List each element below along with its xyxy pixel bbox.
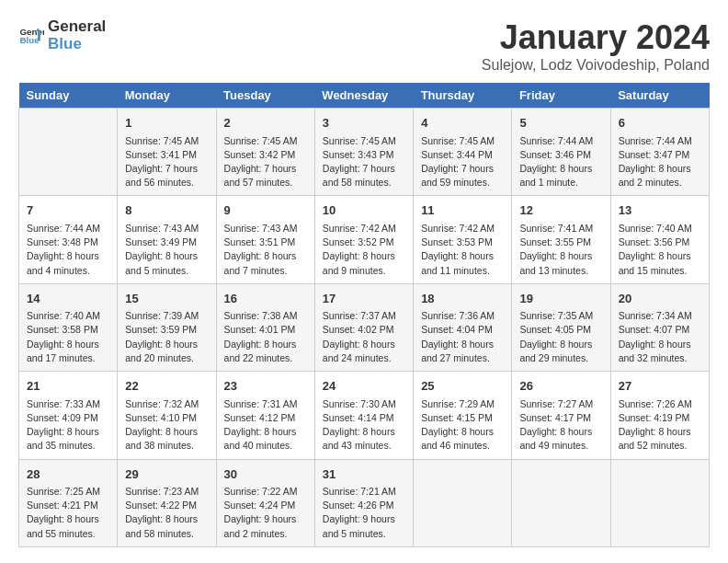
calendar-day-cell: 21Sunrise: 7:33 AMSunset: 4:09 PMDayligh… (19, 372, 118, 459)
calendar-day-cell: 26Sunrise: 7:27 AMSunset: 4:17 PMDayligh… (512, 372, 610, 459)
calendar-day-cell: 27Sunrise: 7:26 AMSunset: 4:19 PMDayligh… (610, 372, 709, 459)
day-number: 15 (125, 290, 208, 308)
calendar-day-cell (512, 459, 610, 546)
day-info: Sunrise: 7:29 AMSunset: 4:15 PMDaylight:… (421, 397, 504, 454)
day-info: Sunrise: 7:43 AMSunset: 3:49 PMDaylight:… (125, 222, 208, 278)
logo-line1: General (48, 18, 106, 36)
day-info: Sunrise: 7:22 AMSunset: 4:24 PMDaylight:… (224, 485, 307, 541)
day-info: Sunrise: 7:31 AMSunset: 4:12 PMDaylight:… (224, 397, 307, 454)
day-number: 28 (27, 465, 109, 484)
calendar-day-cell: 4Sunrise: 7:45 AMSunset: 3:44 PMDaylight… (414, 109, 512, 196)
calendar-day-cell: 5Sunrise: 7:44 AMSunset: 3:46 PMDaylight… (512, 109, 610, 196)
day-info: Sunrise: 7:38 AMSunset: 4:01 PMDaylight:… (224, 309, 307, 365)
calendar-day-cell: 3Sunrise: 7:45 AMSunset: 3:43 PMDaylight… (314, 109, 413, 196)
day-number: 9 (224, 201, 307, 220)
logo: General Blue General Blue (18, 18, 106, 52)
calendar-day-cell: 8Sunrise: 7:43 AMSunset: 3:49 PMDaylight… (118, 196, 216, 283)
calendar-day-cell: 12Sunrise: 7:41 AMSunset: 3:55 PMDayligh… (512, 196, 610, 283)
calendar-week-row: 14Sunrise: 7:40 AMSunset: 3:58 PMDayligh… (19, 283, 710, 371)
day-of-week-header: Monday (118, 83, 216, 109)
calendar-day-cell: 25Sunrise: 7:29 AMSunset: 4:15 PMDayligh… (414, 372, 512, 459)
calendar-day-cell: 20Sunrise: 7:34 AMSunset: 4:07 PMDayligh… (610, 283, 709, 371)
day-number: 29 (125, 465, 208, 484)
calendar-day-cell (610, 459, 709, 546)
calendar-week-row: 7Sunrise: 7:44 AMSunset: 3:48 PMDaylight… (19, 196, 710, 283)
svg-text:Blue: Blue (19, 35, 40, 45)
calendar-day-cell: 6Sunrise: 7:44 AMSunset: 3:47 PMDaylight… (610, 109, 709, 196)
calendar-day-cell: 29Sunrise: 7:23 AMSunset: 4:22 PMDayligh… (118, 459, 216, 546)
day-info: Sunrise: 7:44 AMSunset: 3:47 PMDaylight:… (619, 134, 701, 190)
day-info: Sunrise: 7:35 AMSunset: 4:05 PMDaylight:… (519, 309, 602, 365)
day-info: Sunrise: 7:45 AMSunset: 3:44 PMDaylight:… (421, 134, 504, 190)
day-number: 21 (27, 377, 109, 396)
day-info: Sunrise: 7:34 AMSunset: 4:07 PMDaylight:… (619, 309, 701, 365)
day-number: 8 (125, 201, 208, 220)
calendar-day-cell: 9Sunrise: 7:43 AMSunset: 3:51 PMDaylight… (216, 196, 314, 283)
day-number: 14 (27, 290, 109, 308)
day-info: Sunrise: 7:42 AMSunset: 3:53 PMDaylight:… (421, 222, 504, 278)
day-number: 11 (421, 201, 504, 220)
calendar-week-row: 28Sunrise: 7:25 AMSunset: 4:21 PMDayligh… (19, 459, 710, 546)
day-of-week-header: Friday (512, 83, 610, 109)
day-number: 24 (323, 377, 405, 396)
day-number: 4 (421, 114, 504, 132)
title-section: January 2024 Sulejow, Lodz Voivodeship, … (482, 18, 710, 74)
calendar-day-cell: 14Sunrise: 7:40 AMSunset: 3:58 PMDayligh… (19, 283, 118, 371)
calendar-day-cell (19, 109, 118, 196)
day-number: 22 (125, 377, 208, 396)
calendar-day-cell: 28Sunrise: 7:25 AMSunset: 4:21 PMDayligh… (19, 459, 118, 546)
day-info: Sunrise: 7:40 AMSunset: 3:56 PMDaylight:… (619, 222, 701, 278)
calendar-day-cell: 2Sunrise: 7:45 AMSunset: 3:42 PMDaylight… (216, 109, 314, 196)
day-number: 2 (224, 114, 307, 132)
calendar-day-cell: 19Sunrise: 7:35 AMSunset: 4:05 PMDayligh… (512, 283, 610, 371)
day-info: Sunrise: 7:25 AMSunset: 4:21 PMDaylight:… (27, 485, 109, 541)
calendar-day-cell: 1Sunrise: 7:45 AMSunset: 3:41 PMDaylight… (118, 109, 216, 196)
calendar-day-cell: 30Sunrise: 7:22 AMSunset: 4:24 PMDayligh… (216, 459, 314, 546)
day-number: 6 (619, 114, 701, 132)
day-number: 5 (519, 114, 602, 132)
calendar-day-cell: 10Sunrise: 7:42 AMSunset: 3:52 PMDayligh… (314, 196, 413, 283)
page-header: General Blue General Blue January 2024 S… (18, 18, 710, 74)
day-number: 27 (619, 377, 701, 396)
day-number: 20 (619, 290, 701, 308)
logo-icon: General Blue (18, 23, 44, 49)
calendar-header-row: SundayMondayTuesdayWednesdayThursdayFrid… (19, 83, 710, 109)
day-number: 12 (519, 201, 602, 220)
day-info: Sunrise: 7:27 AMSunset: 4:17 PMDaylight:… (519, 397, 602, 454)
day-info: Sunrise: 7:45 AMSunset: 3:42 PMDaylight:… (224, 134, 307, 190)
day-of-week-header: Tuesday (216, 83, 314, 109)
day-number: 25 (421, 377, 504, 396)
day-info: Sunrise: 7:23 AMSunset: 4:22 PMDaylight:… (125, 485, 208, 541)
day-info: Sunrise: 7:39 AMSunset: 3:59 PMDaylight:… (125, 309, 208, 365)
calendar-day-cell: 15Sunrise: 7:39 AMSunset: 3:59 PMDayligh… (118, 283, 216, 371)
day-number: 23 (224, 377, 307, 396)
calendar-day-cell: 31Sunrise: 7:21 AMSunset: 4:26 PMDayligh… (314, 459, 413, 546)
day-number: 18 (421, 290, 504, 308)
calendar-day-cell: 16Sunrise: 7:38 AMSunset: 4:01 PMDayligh… (216, 283, 314, 371)
calendar-table: SundayMondayTuesdayWednesdayThursdayFrid… (18, 83, 710, 547)
calendar-day-cell: 18Sunrise: 7:36 AMSunset: 4:04 PMDayligh… (414, 283, 512, 371)
day-number: 10 (323, 201, 405, 220)
day-info: Sunrise: 7:44 AMSunset: 3:46 PMDaylight:… (519, 134, 602, 190)
day-info: Sunrise: 7:44 AMSunset: 3:48 PMDaylight:… (27, 222, 109, 278)
calendar-subtitle: Sulejow, Lodz Voivodeship, Poland (482, 57, 710, 74)
day-info: Sunrise: 7:26 AMSunset: 4:19 PMDaylight:… (619, 397, 701, 454)
day-of-week-header: Sunday (19, 83, 118, 109)
day-info: Sunrise: 7:37 AMSunset: 4:02 PMDaylight:… (323, 309, 405, 365)
day-info: Sunrise: 7:36 AMSunset: 4:04 PMDaylight:… (421, 309, 504, 365)
day-of-week-header: Thursday (414, 83, 512, 109)
day-info: Sunrise: 7:42 AMSunset: 3:52 PMDaylight:… (323, 222, 405, 278)
day-info: Sunrise: 7:40 AMSunset: 3:58 PMDaylight:… (27, 309, 109, 365)
calendar-day-cell: 17Sunrise: 7:37 AMSunset: 4:02 PMDayligh… (314, 283, 413, 371)
calendar-day-cell: 24Sunrise: 7:30 AMSunset: 4:14 PMDayligh… (314, 372, 413, 459)
day-number: 31 (323, 465, 405, 484)
day-info: Sunrise: 7:32 AMSunset: 4:10 PMDaylight:… (125, 397, 208, 454)
calendar-week-row: 1Sunrise: 7:45 AMSunset: 3:41 PMDaylight… (19, 109, 710, 196)
calendar-day-cell: 23Sunrise: 7:31 AMSunset: 4:12 PMDayligh… (216, 372, 314, 459)
day-number: 1 (125, 114, 208, 132)
calendar-day-cell: 13Sunrise: 7:40 AMSunset: 3:56 PMDayligh… (610, 196, 709, 283)
day-number: 3 (323, 114, 405, 132)
day-number: 26 (519, 377, 602, 396)
day-info: Sunrise: 7:21 AMSunset: 4:26 PMDaylight:… (323, 485, 405, 541)
calendar-title: January 2024 (482, 18, 710, 57)
